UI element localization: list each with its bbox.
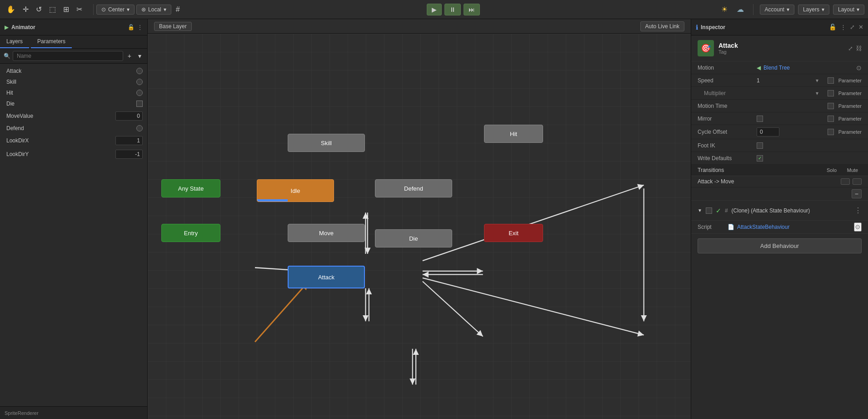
- move-tool[interactable]: ✛: [20, 3, 31, 15]
- center-dropdown[interactable]: ⊙ Center ▾: [96, 5, 135, 15]
- left-panel: ▶ Animator 🔓 ⋮ Layers Parameters 🔍 + ▾ A…: [0, 19, 148, 419]
- skill-node[interactable]: Skill: [288, 134, 365, 152]
- motion-time-row: Motion Time Parameter: [691, 100, 868, 112]
- behaviour-active-checkbox[interactable]: [706, 207, 712, 214]
- svg-line-11: [423, 282, 483, 337]
- grid-btn[interactable]: #: [173, 4, 183, 15]
- inspector-lock-btn[interactable]: 🔓: [829, 24, 837, 30]
- die-node[interactable]: Die: [375, 229, 452, 247]
- add-param-button[interactable]: +: [125, 51, 134, 61]
- speed-row: Speed 1 ▾ Parameter: [691, 74, 868, 87]
- animator-graph[interactable]: Any State Entry Idle Skill Defend Move H…: [148, 34, 691, 419]
- local-dropdown[interactable]: ⊛ Local ▾: [136, 5, 171, 15]
- behaviour-check-icon: ✓: [716, 207, 721, 214]
- layers-chevron: ▾: [822, 6, 824, 13]
- motion-time-checkbox[interactable]: [828, 103, 834, 109]
- behaviour-title: (Clone) (Attack State Behaviour): [732, 207, 851, 214]
- remove-transition-btn[interactable]: −: [852, 189, 862, 198]
- idle-node[interactable]: Idle: [257, 179, 334, 202]
- transition-solo-toggle[interactable]: [841, 178, 850, 185]
- param-lookdirx-input[interactable]: [115, 136, 143, 145]
- step-button[interactable]: ⏭: [464, 4, 480, 15]
- foot-ik-row: Foot IK: [691, 139, 868, 152]
- behaviour-menu-btn[interactable]: ⋮: [854, 206, 862, 215]
- top-toolbar: ✋ ✛ ↺ ⬚ ⊞ ✂ ⊙ Center ▾ ⊛ Local ▾ # ▶ ⏸ ⏭…: [0, 0, 868, 19]
- param-skill[interactable]: Skill: [0, 76, 147, 87]
- param-defend[interactable]: Defend: [0, 123, 147, 134]
- param-lookdiry-input[interactable]: [115, 150, 143, 159]
- hand-tool[interactable]: ✋: [4, 3, 18, 15]
- cloud-icon-btn[interactable]: ☁: [734, 3, 747, 15]
- param-attack[interactable]: Attack: [0, 66, 147, 76]
- rotate-tool[interactable]: ↺: [33, 3, 45, 15]
- entry-node[interactable]: Entry: [161, 224, 220, 242]
- cycle-offset-param-checkbox[interactable]: [828, 129, 834, 135]
- mirror-toggle[interactable]: [757, 116, 763, 122]
- speed-param-label: Parameter: [838, 78, 862, 83]
- cycle-offset-input[interactable]: [757, 127, 779, 136]
- scissors-tool[interactable]: ✂: [74, 3, 85, 15]
- param-hit[interactable]: Hit: [0, 87, 147, 98]
- search-input[interactable]: [13, 51, 123, 61]
- local-chevron: ▾: [164, 6, 166, 13]
- sun-icon-btn[interactable]: ☀: [718, 3, 730, 15]
- speed-param-checkbox[interactable]: [828, 77, 834, 84]
- param-movevalue-input[interactable]: [115, 111, 143, 121]
- rect-tool[interactable]: ⬚: [46, 3, 59, 15]
- behaviour-row: ▼ ✓ # (Clone) (Attack State Behaviour) ⋮: [698, 204, 862, 217]
- sep2: [753, 4, 753, 15]
- speed-dropdown[interactable]: ▾: [816, 77, 818, 84]
- state-expand-btn[interactable]: ⤢: [848, 45, 853, 52]
- attack-node[interactable]: Attack: [288, 266, 365, 288]
- mirror-param-checkbox[interactable]: [828, 116, 834, 122]
- multiplier-param-checkbox[interactable]: [828, 90, 834, 96]
- center-canvas[interactable]: Base Layer Auto Live Link: [148, 19, 691, 419]
- inspector-close-btn[interactable]: ✕: [858, 24, 863, 30]
- play-button[interactable]: ▶: [427, 4, 442, 15]
- inspector-maximize-btn[interactable]: ⤢: [850, 24, 855, 30]
- param-lookdirx[interactable]: LookDirX: [0, 134, 147, 147]
- param-skill-indicator: [136, 79, 143, 85]
- transform-tools: ✋ ✛ ↺ ⬚ ⊞ ✂: [4, 3, 85, 15]
- script-link[interactable]: AttackStateBehaviour: [737, 224, 851, 230]
- write-defaults-value: [757, 155, 862, 162]
- state-info-section: 🎯 Attack Tag ⤢ ⛓: [691, 35, 868, 61]
- motion-time-param-label: Parameter: [838, 103, 862, 109]
- breadcrumb-baselayer[interactable]: Base Layer: [154, 22, 192, 31]
- transform-tool[interactable]: ⊞: [60, 3, 72, 15]
- transition-mute-toggle[interactable]: [853, 178, 862, 185]
- exit-node[interactable]: Exit: [484, 224, 543, 242]
- script-settings-btn[interactable]: ⚙: [854, 222, 862, 232]
- hit-node[interactable]: Hit: [484, 125, 543, 143]
- move-node[interactable]: Move: [288, 224, 365, 242]
- pause-button[interactable]: ⏸: [444, 4, 461, 15]
- layout-dropdown[interactable]: Layout ▾: [833, 5, 864, 15]
- cycle-offset-param-label: Parameter: [838, 129, 862, 135]
- param-die[interactable]: Die: [0, 98, 147, 109]
- state-unlink-btn[interactable]: ⛓: [856, 45, 862, 52]
- param-movevalue[interactable]: MoveValue: [0, 109, 147, 123]
- layers-dropdown[interactable]: Layers ▾: [798, 5, 829, 15]
- panel-lock-btn[interactable]: 🔓: [128, 24, 135, 30]
- tab-parameters[interactable]: Parameters: [31, 35, 72, 48]
- defend-node[interactable]: Defend: [375, 179, 452, 197]
- motion-link[interactable]: Blend Tree: [763, 65, 790, 71]
- multiplier-dropdown[interactable]: ▾: [816, 90, 818, 96]
- status-text: SpriteRenderer: [5, 410, 39, 416]
- transition-attack-move[interactable]: Attack -> Move: [691, 176, 868, 187]
- multiplier-row: Multiplier ▾ Parameter: [691, 87, 868, 100]
- foot-ik-toggle[interactable]: [757, 142, 763, 149]
- auto-live-link-button[interactable]: Auto Live Link: [640, 21, 684, 31]
- inspector-cols-btn[interactable]: ⋮: [840, 24, 846, 30]
- param-menu-btn[interactable]: ▾: [136, 51, 144, 61]
- tab-layers[interactable]: Layers: [0, 35, 29, 48]
- multiplier-label: Multiplier: [698, 90, 757, 96]
- add-behaviour-button[interactable]: Add Behaviour: [698, 238, 862, 253]
- panel-menu-btn[interactable]: ⋮: [137, 24, 143, 30]
- account-dropdown[interactable]: Account ▾: [760, 5, 794, 15]
- any-state-node[interactable]: Any State: [161, 179, 220, 197]
- param-lookdiry[interactable]: LookDirY: [0, 147, 147, 161]
- motion-target-btn[interactable]: ⊙: [856, 64, 862, 71]
- speed-label: Speed: [698, 77, 757, 84]
- write-defaults-toggle[interactable]: [757, 155, 763, 162]
